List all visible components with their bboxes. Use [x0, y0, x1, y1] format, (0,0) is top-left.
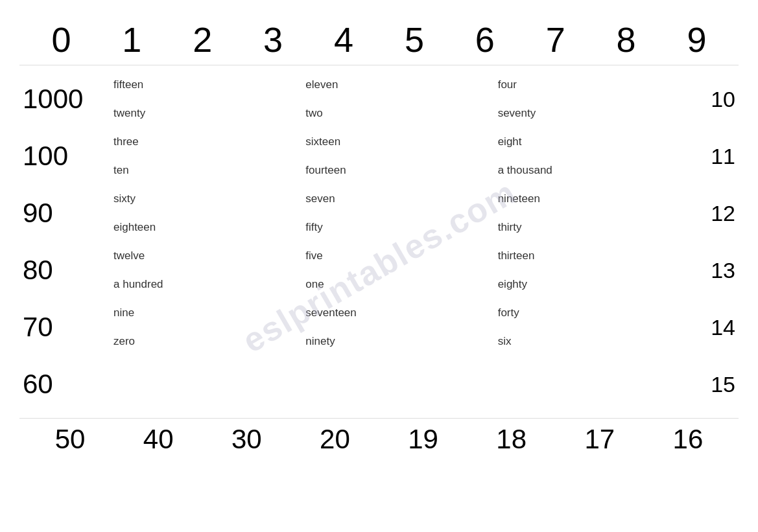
- word-thirteen: thirteen: [498, 248, 535, 264]
- word-two: two: [305, 105, 322, 122]
- word-nineteen: nineteen: [498, 191, 540, 207]
- word-five: five: [305, 248, 322, 264]
- digit-7: 7: [546, 19, 565, 60]
- main-content: 1000 100 90 80 70 60 fifteen: [19, 71, 739, 413]
- word-item: sixty: [113, 185, 292, 213]
- num-12: 12: [711, 201, 735, 226]
- words-section: fifteen twenty three ten sixty eighteen: [107, 71, 683, 413]
- word-item: nineteen: [498, 185, 677, 213]
- word-col-3: four seventy eight a thousand nineteen t…: [492, 71, 683, 413]
- word-item: forty: [498, 299, 677, 327]
- word-a-thousand: a thousand: [498, 162, 552, 179]
- word-seventeen: seventeen: [305, 305, 356, 321]
- word-eleven: eleven: [305, 76, 338, 93]
- word-fifteen: fifteen: [113, 76, 143, 93]
- word-twenty: twenty: [113, 105, 145, 122]
- word-col-2: eleven two sixteen fourteen seven fifty: [299, 71, 491, 413]
- digit-0: 0: [51, 19, 71, 60]
- word-three: three: [113, 133, 139, 150]
- digit-6: 6: [475, 19, 495, 60]
- left-numbers-col: 1000 100 90 80 70 60: [23, 71, 107, 413]
- word-ten: ten: [113, 162, 129, 179]
- word-fifty: fifty: [305, 219, 322, 236]
- word-item: thirty: [498, 213, 677, 242]
- word-item: seventeen: [305, 299, 484, 327]
- word-item: five: [305, 242, 484, 270]
- digit-3: 3: [263, 19, 283, 60]
- word-item: a hundred: [113, 270, 292, 299]
- word-item: thirteen: [498, 242, 677, 270]
- word-a-hundred: a hundred: [113, 276, 163, 293]
- word-item: sixteen: [305, 128, 484, 156]
- word-ninety: ninety: [305, 333, 335, 350]
- num-20: 20: [320, 424, 350, 455]
- word-item: fifteen: [113, 71, 292, 99]
- word-item: six: [498, 327, 677, 356]
- word-col-1: fifteen twenty three ten sixty eighteen: [107, 71, 299, 413]
- digit-4: 4: [334, 19, 353, 60]
- right-numbers-col: 10 11 12 13 14 15: [683, 71, 735, 413]
- num-19: 19: [408, 424, 438, 455]
- right-item-13: 13: [690, 242, 735, 299]
- bottom-digits-row: 50 40 30 20 19 18 17 16: [19, 418, 739, 458]
- num-40: 40: [143, 424, 174, 455]
- word-eighteen: eighteen: [113, 219, 156, 236]
- num-30: 30: [231, 424, 262, 455]
- word-item: fourteen: [305, 156, 484, 185]
- word-item: eighteen: [113, 213, 292, 242]
- num-16: 16: [673, 424, 704, 455]
- num-70: 70: [23, 312, 53, 343]
- word-six: six: [498, 333, 512, 350]
- word-eight: eight: [498, 133, 522, 150]
- num-15: 15: [711, 372, 735, 397]
- num-17: 17: [584, 424, 615, 455]
- left-item-70: 70: [23, 299, 101, 356]
- word-item: one: [305, 270, 484, 299]
- word-item: fifty: [305, 213, 484, 242]
- word-item: three: [113, 128, 292, 156]
- left-item-80: 80: [23, 242, 101, 299]
- left-item-1000: 1000: [23, 71, 101, 128]
- num-80: 80: [23, 255, 53, 286]
- word-thirty: thirty: [498, 219, 522, 236]
- digit-1: 1: [122, 19, 141, 60]
- word-seventy: seventy: [498, 105, 536, 122]
- word-forty: forty: [498, 305, 519, 321]
- word-fourteen: fourteen: [305, 162, 346, 179]
- num-60: 60: [23, 369, 53, 400]
- word-one: one: [305, 276, 324, 293]
- num-100: 100: [23, 141, 68, 172]
- word-item: seventy: [498, 99, 677, 128]
- num-10: 10: [711, 87, 735, 112]
- word-item: ten: [113, 156, 292, 185]
- digit-8: 8: [617, 19, 636, 60]
- word-item: eleven: [305, 71, 484, 99]
- word-twelve: twelve: [113, 248, 145, 264]
- right-item-15: 15: [690, 356, 735, 413]
- num-14: 14: [711, 315, 735, 340]
- word-sixty: sixty: [113, 191, 136, 207]
- left-item-60: 60: [23, 356, 101, 413]
- word-item: four: [498, 71, 677, 99]
- word-item: a thousand: [498, 156, 677, 185]
- page: eslprintables.com 0 1 2 3 4 5 6 7 8 9 10…: [0, 0, 758, 532]
- num-18: 18: [496, 424, 527, 455]
- word-item: zero: [113, 327, 292, 356]
- word-item: twenty: [113, 99, 292, 128]
- word-four: four: [498, 76, 517, 93]
- word-item: ninety: [305, 327, 484, 356]
- word-item: eighty: [498, 270, 677, 299]
- digit-9: 9: [687, 19, 706, 60]
- word-nine: nine: [113, 305, 134, 321]
- word-seven: seven: [305, 191, 335, 207]
- word-eighty: eighty: [498, 276, 527, 293]
- left-item-100: 100: [23, 128, 101, 185]
- digit-5: 5: [405, 19, 424, 60]
- num-1000: 1000: [23, 84, 83, 115]
- right-item-11: 11: [690, 128, 735, 185]
- word-sixteen: sixteen: [305, 133, 340, 150]
- word-item: seven: [305, 185, 484, 213]
- right-item-10: 10: [690, 71, 735, 128]
- num-13: 13: [711, 258, 735, 283]
- digit-2: 2: [193, 19, 212, 60]
